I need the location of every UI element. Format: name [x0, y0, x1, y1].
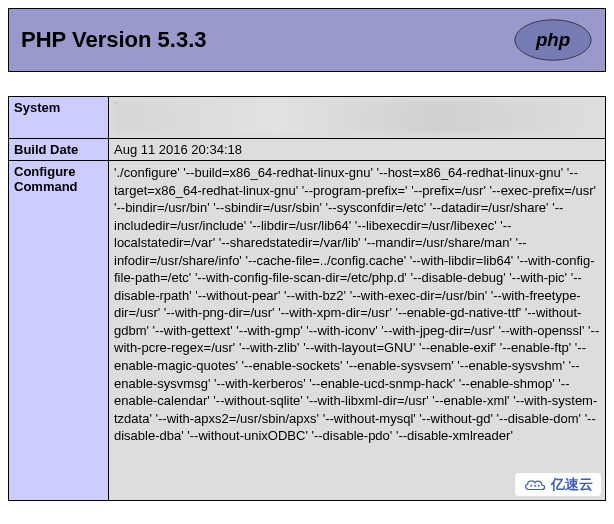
- value-configure-command: './configure' '--build=x86_64-redhat-lin…: [109, 161, 606, 501]
- label-build-date: Build Date: [9, 139, 109, 161]
- watermark-text: 亿速云: [551, 475, 593, 494]
- phpinfo-header: PHP Version 5.3.3 php: [8, 8, 606, 72]
- svg-point-2: [530, 484, 532, 486]
- label-configure-command: Configure Command: [9, 161, 109, 501]
- svg-point-4: [538, 484, 540, 486]
- value-system: ': [109, 97, 606, 139]
- label-system: System: [9, 97, 109, 139]
- row-configure-command: Configure Command './configure' '--build…: [9, 161, 606, 501]
- value-build-date: Aug 11 2016 20:34:18: [109, 139, 606, 161]
- redacted-overlay: [113, 101, 601, 134]
- php-logo-icon: php: [513, 19, 593, 61]
- page-title: PHP Version 5.3.3: [21, 27, 206, 53]
- phpinfo-table: System ' Build Date Aug 11 2016 20:34:18…: [8, 96, 606, 501]
- row-system: System ': [9, 97, 606, 139]
- svg-point-3: [534, 484, 536, 486]
- cloud-icon: [523, 477, 547, 493]
- row-build-date: Build Date Aug 11 2016 20:34:18: [9, 139, 606, 161]
- svg-text:php: php: [535, 29, 570, 50]
- watermark-badge: 亿速云: [515, 473, 601, 496]
